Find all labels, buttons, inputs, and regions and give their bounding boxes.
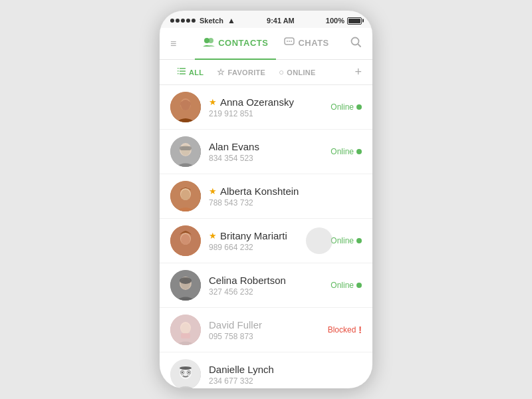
contact-phone-david: 095 758 873 [209,332,320,341]
add-contact-button[interactable]: + [354,65,362,79]
svg-rect-13 [178,73,179,74]
battery-fill [348,19,360,23]
svg-rect-37 [181,333,190,338]
nav-tabs: CONTACTS CHATS [189,28,343,60]
contact-info-alberta: ★Alberta Konshtein788 543 732 [209,186,354,207]
svg-point-43 [182,372,183,373]
contact-info-anna: ★Anna Ozeransky219 912 851 [209,96,323,118]
online-label-celina: Online [331,281,354,290]
carrier-label: Sketch [200,17,223,25]
contact-name-label-alan: Alan Evans [209,141,259,152]
contact-phone-britany: 989 664 232 [209,243,323,252]
svg-point-6 [352,38,359,45]
search-button[interactable] [343,36,362,51]
sub-nav: ALL ☆ FAVORITE ○ ONLINE + [160,60,372,85]
svg-rect-12 [178,70,179,72]
avatar-anna [170,92,201,122]
contact-item-alberta[interactable]: ★Alberta Konshtein788 543 732 [160,174,372,219]
contact-status-celina: Online [331,281,362,290]
contact-name-label-celina: Celina Robertson [209,275,286,286]
avatar-danielle [170,359,201,388]
battery-icon [347,17,362,25]
signal-dot [186,19,190,23]
online-tab[interactable]: ○ ONLINE [272,60,323,85]
svg-point-1 [208,38,213,43]
contact-info-celina: Celina Robertson327 456 232 [209,275,323,297]
avatar-david [170,315,201,345]
blocked-label-david: Blocked [328,325,356,334]
star-icon-anna: ★ [209,97,217,107]
contact-item-britany[interactable]: ★Britany Mariarti989 664 232Online [160,219,372,263]
contact-status-anna: Online [331,102,362,112]
phone-frame: Sketch ▲ 9:41 AM 100% ≡ [160,11,372,388]
svg-point-29 [181,234,190,245]
contact-item-anna[interactable]: ★Anna Ozeransky219 912 851Online [160,85,372,130]
chats-tab[interactable]: CHATS [276,28,336,60]
contact-name-row: ★Anna Ozeransky [209,96,323,108]
contact-phone-danielle: 234 677 332 [209,376,354,386]
svg-point-3 [287,41,288,42]
status-right: 100% [326,17,362,25]
online-label-alan: Online [331,147,354,156]
online-label-britany: Online [331,236,354,245]
svg-point-36 [181,323,190,334]
svg-rect-45 [180,366,192,370]
contact-name-row: Celina Robertson [209,275,323,286]
online-dot-alan [356,149,362,154]
chats-tab-icon [284,37,295,49]
all-tab[interactable]: ALL [170,60,210,85]
contact-name-row: Danielle Lynch [209,364,354,375]
contact-name-row: Alan Evans [209,141,323,152]
contact-item-celina[interactable]: Celina Robertson327 456 232Online [160,263,372,308]
top-nav: ≡ CONTACTS [160,28,372,60]
contact-item-danielle[interactable]: Danielle Lynch234 677 332 [160,352,372,388]
contact-status-britany: Online [331,236,362,245]
online-dot-anna [356,104,362,110]
signal-dot [192,19,196,23]
online-dot-celina [356,283,362,288]
contact-name-label-david: David Fuller [209,319,262,331]
contact-status-alan: Online [331,147,362,156]
star-icon: ☆ [217,67,225,77]
avatar-alan [170,136,201,167]
battery-tip [362,19,364,23]
contacts-tab-icon [203,37,215,49]
online-dot-britany [356,238,362,243]
circle-icon: ○ [279,67,284,77]
svg-point-4 [289,41,290,42]
svg-rect-23 [180,146,192,150]
star-icon-britany: ★ [209,231,217,241]
contact-name-label-alberta: Alberta Konshtein [220,186,299,197]
star-icon-alberta: ★ [209,186,217,196]
contact-list: ★Anna Ozeransky219 912 851Online Alan Ev… [160,85,372,388]
hamburger-button[interactable]: ≡ [170,38,189,50]
wifi-icon: ▲ [227,16,235,25]
contact-name-row: ★Alberta Konshtein [209,186,354,197]
list-icon [177,67,186,77]
status-left: Sketch ▲ [170,16,235,25]
time-display: 9:41 AM [267,17,295,25]
svg-point-5 [291,41,292,42]
favorite-tab[interactable]: ☆ FAVORITE [210,60,272,85]
svg-point-26 [181,190,190,200]
svg-point-44 [188,372,190,373]
signal-dot [181,19,185,23]
contacts-tab[interactable]: CONTACTS [195,28,276,60]
blocked-exclaim-david: ! [358,325,362,335]
online-label-anna: Online [331,102,354,112]
battery-percent: 100% [326,17,344,25]
avatar-celina [170,270,201,301]
online-tab-label: ONLINE [287,68,315,76]
chats-tab-label: CHATS [298,38,329,48]
svg-point-18 [187,102,191,106]
svg-point-17 [180,102,184,106]
svg-point-33 [180,277,192,284]
svg-line-7 [358,45,361,47]
contacts-tab-label: CONTACTS [218,38,268,48]
contact-item-david[interactable]: David Fuller095 758 873Blocked! [160,308,372,352]
contact-phone-alan: 834 354 523 [209,154,323,163]
contact-info-britany: ★Britany Mariarti989 664 232 [209,230,323,252]
contact-name-row: David Fuller [209,319,320,331]
contact-item-alan[interactable]: Alan Evans834 354 523Online [160,130,372,174]
signal-dot [170,19,174,23]
